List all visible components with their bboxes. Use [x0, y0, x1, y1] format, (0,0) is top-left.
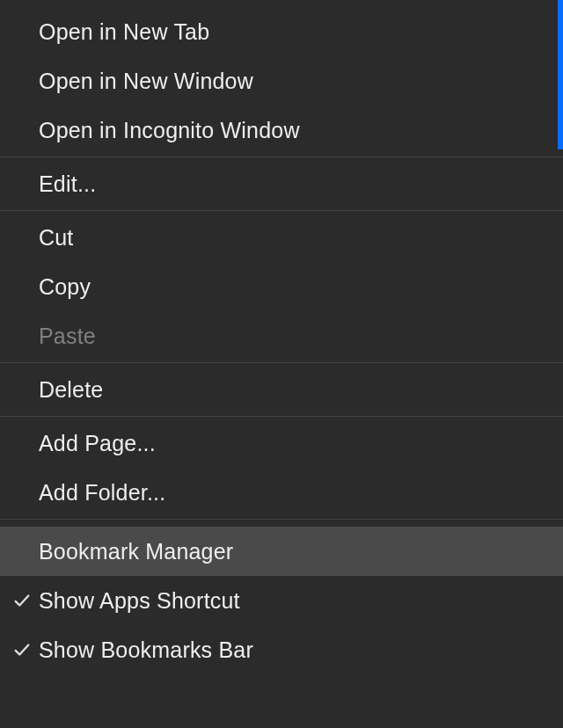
menu-label: Delete: [39, 377, 103, 403]
menu-separator: [0, 362, 563, 363]
menu-item-open-in-new-tab[interactable]: Open in New Tab: [0, 7, 563, 56]
check-icon: [12, 591, 39, 610]
menu-label: Open in New Tab: [39, 19, 209, 45]
menu-item-copy[interactable]: Copy: [0, 262, 563, 311]
menu-item-cut[interactable]: Cut: [0, 213, 563, 262]
menu-item-add-page[interactable]: Add Page...: [0, 419, 563, 468]
menu-item-open-in-new-window[interactable]: Open in New Window: [0, 56, 563, 106]
selection-accent: [558, 0, 563, 149]
menu-label: Paste: [39, 324, 96, 349]
menu-label: Bookmark Manager: [39, 539, 233, 564]
menu-separator: [0, 157, 563, 157]
menu-item-open-in-incognito-window[interactable]: Open in Incognito Window: [0, 106, 563, 155]
menu-label: Open in Incognito Window: [39, 118, 300, 143]
menu-item-add-folder[interactable]: Add Folder...: [0, 468, 563, 517]
menu-item-show-apps-shortcut[interactable]: Show Apps Shortcut: [0, 576, 563, 625]
menu-item-delete[interactable]: Delete: [0, 365, 563, 414]
menu-label: Open in New Window: [39, 69, 253, 94]
menu-separator: [0, 416, 563, 417]
menu-separator: [0, 210, 563, 211]
context-menu: Open in New Tab Open in New Window Open …: [0, 0, 563, 728]
menu-label: Cut: [39, 225, 74, 251]
menu-label: Copy: [39, 274, 91, 300]
menu-label: Show Apps Shortcut: [39, 588, 240, 614]
menu-item-show-bookmarks-bar[interactable]: Show Bookmarks Bar: [0, 625, 563, 674]
check-icon: [12, 640, 39, 659]
menu-item-edit[interactable]: Edit...: [0, 159, 563, 208]
menu-label: Edit...: [39, 171, 96, 197]
menu-label: Show Bookmarks Bar: [39, 637, 253, 663]
menu-item-bookmark-manager[interactable]: Bookmark Manager: [0, 527, 563, 576]
menu-label: Add Folder...: [39, 480, 165, 506]
menu-item-paste: Paste: [0, 311, 563, 360]
menu-separator: [0, 519, 563, 520]
menu-label: Add Page...: [39, 431, 156, 456]
